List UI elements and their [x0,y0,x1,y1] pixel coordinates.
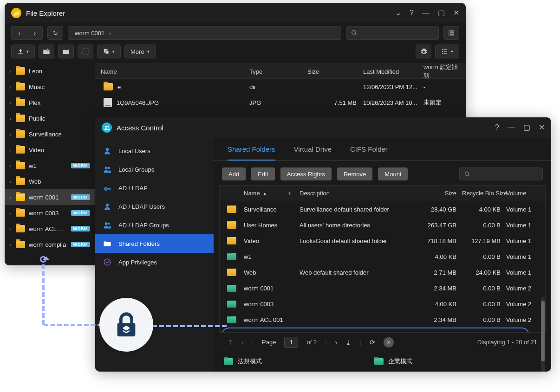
col-modified[interactable]: Last Modified [363,68,423,75]
svg-line-1 [355,34,357,35]
tree-item[interactable]: Leon [5,63,95,79]
page-first-button[interactable]: ⤒ [228,339,233,346]
cell-volume: Volume 1 [503,222,542,229]
col-volume[interactable]: Volume [503,190,542,197]
breadcrumb-segment[interactable]: worm 0001 [75,30,104,37]
table-row[interactable]: User HomesAll users' home directories263… [220,217,545,233]
table-row[interactable]: WebWeb default shared folder2.71 MB24.00… [220,264,545,280]
sidebar-item[interactable]: AD / LDAP [95,179,214,197]
fe-search-input[interactable] [346,26,439,40]
table-row[interactable]: worm compliance ...4.00 KB0.00 BVolume 2 [220,328,545,332]
col-name[interactable]: Name [101,68,249,75]
folder-share-button[interactable] [58,45,74,58]
sidebar-item[interactable]: App Privileges [95,253,214,271]
nav-back-button[interactable]: ‹ [11,26,27,40]
fe-titlebar: 📁 File Explorer ⌄ ? ― ▢ ✕ [5,3,466,23]
fe-help-icon[interactable]: ? [410,9,414,17]
tree-item[interactable]: Surveillance [5,126,95,142]
page-prev-button[interactable]: ‹ [241,339,244,346]
cell-size: 4.00 KB [417,253,459,260]
cell-size: 263.47 GB [417,222,459,229]
svg-rect-7 [450,34,454,35]
mount-button[interactable]: Mount [378,167,408,180]
page-input[interactable] [284,337,298,348]
tab-virtual-drive[interactable]: Virtual Drive [294,138,332,161]
file-row[interactable]: 1Q9A5046.JPGJPG7.51 MB10/26/2023 AM 10..… [95,95,466,110]
sidebar-item[interactable]: AD / LDAP Users [95,197,214,216]
svg-rect-20 [444,51,447,51]
sidebar-item-label: AD / LDAP Users [118,203,165,210]
tree-item[interactable]: worm compliaWORM [5,237,95,252]
sidebar-item-label: AD / LDAP Groups [118,222,169,229]
ac-close-icon[interactable]: ✕ [539,124,545,131]
new-folder-button[interactable] [39,45,54,58]
svg-point-36 [465,172,469,175]
folder-icon [16,178,25,185]
folder-tree[interactable]: LeonMusicPlexPublicSurveillanceVideow1WO… [5,63,95,265]
fe-collapse-icon[interactable]: ⌄ [395,9,401,17]
scrollbar[interactable] [541,297,545,372]
remove-button[interactable]: Remove [337,167,372,180]
refresh-button[interactable]: ↻ [47,26,63,40]
add-button[interactable]: Add [222,167,246,180]
folder-icon [16,83,25,90]
fe-maximize-icon[interactable]: ▢ [438,9,445,17]
tree-item[interactable]: Public [5,110,95,126]
tree-item[interactable]: worm 0003WORM [5,205,95,221]
view-list-button[interactable] [443,26,459,40]
sidebar-item[interactable]: Local Groups [95,160,214,179]
col-recycle[interactable]: Recycle Bin Size [459,190,503,197]
svg-point-33 [105,222,108,225]
more-button[interactable]: More▾ [124,45,156,58]
select-button[interactable] [78,45,93,58]
gear-icon [420,48,427,55]
ac-minimize-icon[interactable]: ― [508,124,515,131]
edit-button[interactable]: Edit [251,167,274,180]
col-type[interactable]: Type [249,68,307,75]
ac-help-icon[interactable]: ? [495,124,499,131]
copy-button[interactable]: ▾ [97,45,121,58]
scrollbar-thumb[interactable] [541,301,545,361]
sidebar-item[interactable]: AD / LDAP Groups [95,216,214,234]
col-size[interactable]: Size [307,68,363,75]
page-next-button[interactable]: › [335,339,338,346]
tree-item[interactable]: Plex [5,95,95,110]
ac-maximize-icon[interactable]: ▢ [523,124,530,131]
table-row[interactable]: worm ACL 0012.34 MB0.00 BVolume 2 [220,312,545,328]
tree-item[interactable]: worm ACL 001WORM [5,221,95,237]
tree-item[interactable]: Music [5,79,95,95]
ac-search-input[interactable] [459,167,543,180]
tree-item[interactable]: w1WORM [5,158,95,174]
fe-minimize-icon[interactable]: ― [422,9,430,17]
col-size[interactable]: Size [417,190,459,197]
table-row[interactable]: VideoLooksGood default shared folder718.… [220,233,545,249]
col-description[interactable]: Description [297,190,417,197]
tab-shared-folders[interactable]: Shared Folders [228,138,275,161]
sidebar-item[interactable]: Local Users [95,141,214,160]
tree-item[interactable]: worm 0001WORM [5,189,95,205]
connector-line [152,325,227,327]
nav-forward-button[interactable]: › [27,26,43,40]
breadcrumb[interactable]: worm 0001 › [68,26,341,40]
upload-button[interactable]: ▾ [11,45,35,58]
table-row[interactable]: SurveillanceSurveillance default shared … [220,201,545,217]
page-last-button[interactable]: ⤓ [345,339,351,346]
pager-close-button[interactable]: ✕ [384,337,394,347]
table-row[interactable]: w14.00 KB0.00 BVolume 1 [220,249,545,264]
col-worm[interactable]: worm 鎖定狀態 [423,63,460,80]
view-mode-button[interactable]: ▾ [435,45,459,58]
column-menu-icon[interactable]: ▾ [288,191,291,196]
table-row[interactable]: worm 00034.00 KB0.00 BVolume 2 [220,296,545,312]
page-refresh-button[interactable]: ⟳ [370,339,375,346]
tab-cifs-folder[interactable]: CIFS Folder [350,138,388,161]
settings-button[interactable] [416,45,431,58]
sidebar-item[interactable]: Shared Folders [95,234,214,253]
access-rights-button[interactable]: Access Rights [280,167,332,180]
table-row[interactable]: worm 00012.34 MB0.00 BVolume 2 [220,280,545,296]
displaying-label: Displaying 1 - 20 of 21 [477,339,537,346]
fe-close-icon[interactable]: ✕ [453,9,459,17]
tree-item[interactable]: Web [5,174,95,189]
tree-item[interactable]: Video [5,142,95,158]
file-row[interactable]: edir12/06/2023 PM 12...- [95,79,466,95]
user-icon [103,146,112,155]
